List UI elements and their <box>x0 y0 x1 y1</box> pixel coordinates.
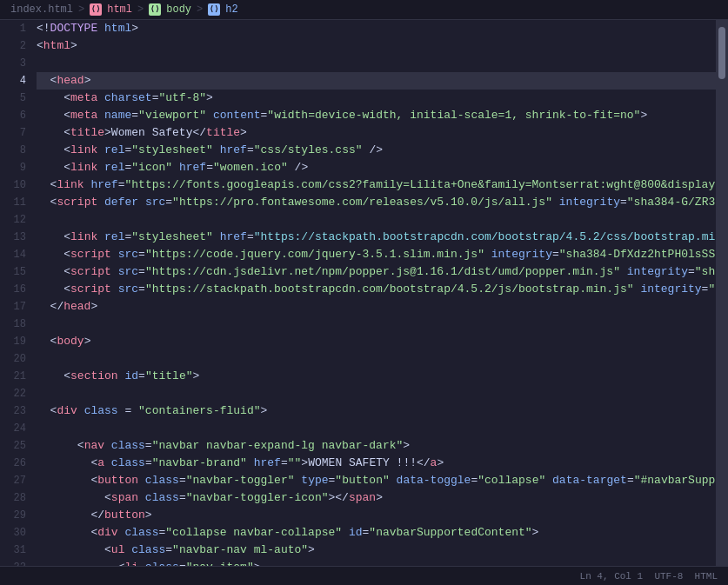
code-line-22 <box>37 385 716 402</box>
ln-24: 24 <box>0 420 26 437</box>
status-position: Ln 4, Col 1 <box>580 571 644 582</box>
breadcrumb-html: html <box>107 3 132 16</box>
breadcrumb-body: body <box>166 3 191 16</box>
ln-32: 32 <box>0 559 26 566</box>
ln-28: 28 <box>0 489 26 507</box>
scrollbar-thumb[interactable] <box>718 27 725 79</box>
ln-17: 17 <box>0 298 26 316</box>
ln-20: 20 <box>0 350 26 368</box>
ln-3: 3 <box>0 55 26 72</box>
status-encoding: UTF-8 <box>654 571 683 582</box>
code-line-5: <meta charset="utf-8"> <box>37 90 716 107</box>
code-line-1: <!DOCTYPE html> <box>37 20 716 37</box>
ln-30: 30 <box>0 524 26 542</box>
code-line-27: <button class="navbar-toggler" type="but… <box>37 472 716 489</box>
code-line-23: <div class = "containers-fluid"> <box>37 402 716 420</box>
code-line-31: <ul class="navbar-nav ml-auto"> <box>37 542 716 559</box>
code-line-32: <li class="nav-item"> <box>37 559 716 566</box>
code-line-24 <box>37 420 716 437</box>
code-line-17: </head> <box>37 298 716 316</box>
code-content[interactable]: <!DOCTYPE html> <html> <head> <meta char… <box>33 20 716 566</box>
ln-21: 21 <box>0 368 26 385</box>
ln-13: 13 <box>0 229 26 246</box>
line-numbers: 1 2 3 4 5 6 7 8 9 10 11 12 13 14 15 16 1… <box>0 20 33 566</box>
ln-25: 25 <box>0 437 26 455</box>
status-language: HTML <box>695 571 718 582</box>
breadcrumb-sep3: > <box>197 3 203 16</box>
ln-29: 29 <box>0 507 26 524</box>
ln-11: 11 <box>0 194 26 211</box>
code-line-20 <box>37 350 716 368</box>
ln-9: 9 <box>0 159 26 176</box>
ln-22: 22 <box>0 385 26 402</box>
code-line-26: <a class="navbar-brand" href="">WOMEN SA… <box>37 455 716 472</box>
scrollbar[interactable] <box>716 20 728 566</box>
ln-19: 19 <box>0 333 26 350</box>
ln-6: 6 <box>0 107 26 124</box>
code-line-12 <box>37 211 716 229</box>
ln-5: 5 <box>0 90 26 107</box>
code-line-11: <script defer src="https://pro.fontaweso… <box>37 194 716 211</box>
status-bar: Ln 4, Col 1 UTF-8 HTML <box>0 566 728 585</box>
code-area: 1 2 3 4 5 6 7 8 9 10 11 12 13 14 15 16 1… <box>0 20 728 566</box>
code-line-6: <meta name="viewport" content="width=dev… <box>37 107 716 124</box>
breadcrumb-file: index.html <box>10 3 73 16</box>
ln-15: 15 <box>0 263 26 281</box>
ln-12: 12 <box>0 211 26 229</box>
code-line-30: <div class="collapse navbar-collapse" id… <box>37 524 716 542</box>
ln-27: 27 <box>0 472 26 489</box>
ln-23: 23 <box>0 402 26 420</box>
code-line-3 <box>37 55 716 72</box>
ln-2: 2 <box>0 37 26 55</box>
code-line-25: <nav class="navbar navbar-expand-lg navb… <box>37 437 716 455</box>
ln-26: 26 <box>0 455 26 472</box>
breadcrumb-sep1: > <box>78 3 84 16</box>
code-line-7: <title>Women Safety</title> <box>37 124 716 142</box>
ln-1: 1 <box>0 20 26 37</box>
code-line-28: <span class="navbar-toggler-icon"></span… <box>37 489 716 507</box>
code-line-15: <script src="https://cdn.jsdelivr.net/np… <box>37 263 716 281</box>
ln-31: 31 <box>0 542 26 559</box>
code-line-16: <script src="https://stackpath.bootstrap… <box>37 281 716 298</box>
code-line-10: <link href="https://fonts.googleapis.com… <box>37 176 716 194</box>
code-line-2: <html> <box>37 37 716 55</box>
ln-10: 10 <box>0 176 26 194</box>
breadcrumb-bar: index.html > ⟨⟩ html > ⟨⟩ body > ⟨⟩ h2 <box>0 0 728 20</box>
ln-18: 18 <box>0 316 26 333</box>
code-line-19: <body> <box>37 333 716 350</box>
code-line-18 <box>37 316 716 333</box>
code-line-9: <link rel="icon" href="women.ico" /> <box>37 159 716 176</box>
code-line-29: </button> <box>37 507 716 524</box>
h2-icon: ⟨⟩ <box>208 3 220 16</box>
code-line-14: <script src="https://code.jquery.com/jqu… <box>37 246 716 263</box>
ln-14: 14 <box>0 246 26 263</box>
ln-8: 8 <box>0 142 26 159</box>
body-icon: ⟨⟩ <box>149 3 161 16</box>
code-line-13: <link rel="stylesheet" href="https://sta… <box>37 229 716 246</box>
ln-7: 7 <box>0 124 26 142</box>
ln-16: 16 <box>0 281 26 298</box>
breadcrumb-h2: h2 <box>225 3 237 16</box>
editor-container: index.html > ⟨⟩ html > ⟨⟩ body > ⟨⟩ h2 1… <box>0 0 728 585</box>
code-line-21: <section id="title"> <box>37 368 716 385</box>
ln-4: 4 <box>0 72 26 90</box>
breadcrumb-sep2: > <box>137 3 144 16</box>
code-line-4: <head> <box>37 72 716 90</box>
code-line-8: <link rel="stylesheet" href="css/styles.… <box>37 142 716 159</box>
html-icon: ⟨⟩ <box>90 3 102 16</box>
